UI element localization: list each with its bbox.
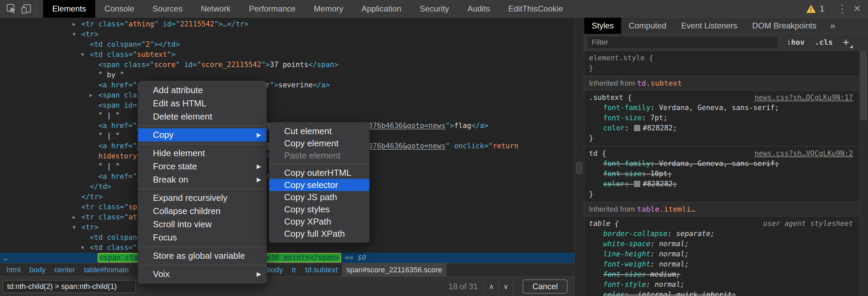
code-line[interactable]: <span id="unv_22116356"></span> — [0, 100, 574, 110]
tab-editthiscookie[interactable]: EditThisCookie — [499, 0, 572, 18]
tab-dom-breakpoints[interactable]: DOM Breakpoints — [745, 18, 824, 34]
css-property-font-family[interactable]: font-family: Verdana, Geneva, sans-serif… — [589, 103, 854, 113]
inherited-class[interactable]: .subtext — [646, 79, 682, 87]
next-match-button[interactable]: ∨ — [498, 280, 513, 293]
css-property-font-size[interactable]: font-size: medium; — [589, 269, 854, 279]
tab-computed[interactable]: Computed — [621, 18, 674, 34]
twisty-collapsed-icon[interactable]: ▶ — [90, 90, 93, 100]
close-icon[interactable]: ✕ — [850, 0, 865, 18]
stylesheet-source-link[interactable]: news.css?sh…QCgLKu9N:17 — [754, 92, 853, 103]
tab-audits[interactable]: Audits — [458, 0, 499, 18]
menu-item-delete-element[interactable]: Delete element — [138, 110, 267, 123]
menu-item-copy-js-path[interactable]: Copy JS path — [269, 191, 369, 203]
css-property-color[interactable]: color: #828282; — [589, 179, 854, 189]
kebab-menu-icon[interactable]: ⋮ — [835, 0, 850, 18]
tab-event-listeners[interactable]: Event Listeners — [674, 18, 745, 34]
menu-item-expand-recursively[interactable]: Expand recursively — [138, 191, 267, 205]
menu-item-scroll-into-view[interactable]: Scroll into view — [138, 218, 267, 231]
css-property-font-size[interactable]: font-size: 7pt; — [589, 113, 854, 123]
breadcrumb-item-td-subtext[interactable]: td.subtext — [301, 263, 342, 276]
previous-match-button[interactable]: ∧ — [484, 280, 498, 293]
tab-performance[interactable]: Performance — [240, 0, 304, 18]
inherited-tag[interactable]: table — [637, 205, 659, 213]
elements-scrollbar[interactable] — [574, 18, 584, 296]
console-warning-counter[interactable]: ! 1 — [806, 4, 824, 14]
menu-item-copy-selector[interactable]: Copy selector — [269, 179, 369, 191]
scrollbar-thumb[interactable] — [861, 51, 867, 120]
menu-item-edit-as-html[interactable]: Edit as HTML — [138, 97, 267, 110]
menu-item-copy-xpath[interactable]: Copy XPath — [269, 215, 369, 228]
menu-item-copy-full-xpath[interactable]: Copy full XPath — [269, 228, 369, 240]
element-classes-button[interactable]: .cls — [815, 38, 833, 46]
code-line[interactable]: ▶<span class="age">…</span> — [0, 90, 574, 100]
twisty-collapsed-icon[interactable]: ▶ — [73, 212, 76, 222]
rule-selector[interactable]: element.style { — [589, 53, 854, 63]
menu-item-focus[interactable]: Focus — [138, 231, 267, 244]
css-property-font-size[interactable]: font-size: 10pt; — [589, 169, 854, 179]
menu-item-copy-styles[interactable]: Copy styles — [269, 203, 369, 215]
color-swatch[interactable] — [634, 181, 640, 187]
tab-sources[interactable]: Sources — [143, 0, 192, 18]
device-toolbar-icon[interactable] — [19, 0, 34, 18]
search-input[interactable] — [3, 280, 136, 293]
breadcrumb-item-tr[interactable]: tr — [288, 263, 301, 276]
code-line[interactable]: ▼<tr> — [0, 29, 574, 39]
twisty-expanded-icon[interactable]: ▼ — [73, 29, 76, 39]
menu-item-add-attribute[interactable]: Add attribute — [138, 84, 267, 97]
tab-security[interactable]: Security — [411, 0, 458, 18]
menu-item-collapse-children[interactable]: Collapse children — [138, 205, 267, 218]
menu-item-break-on[interactable]: Break on▶ — [138, 173, 267, 186]
inherited-tag[interactable]: td — [637, 79, 646, 87]
breadcrumb-item-table-hnmain[interactable]: table#hnmain — [79, 263, 133, 276]
tab-network[interactable]: Network — [192, 0, 240, 18]
breadcrumb-item-span-score-22116356-score[interactable]: span#score_22116356.score — [342, 263, 447, 276]
tab-console[interactable]: Console — [95, 0, 143, 18]
css-property-font-family[interactable]: font-family: Verdana, Geneva, sans-serif… — [589, 158, 854, 169]
menu-item-cut-element[interactable]: Cut element — [269, 125, 369, 137]
scrollbar-thumb[interactable] — [576, 162, 583, 174]
code-line[interactable]: " by " — [0, 70, 574, 80]
toggle-element-state-button[interactable]: :hov — [787, 38, 805, 46]
styles-scrollbar[interactable] — [859, 51, 868, 296]
menu-item-store-as-global-variable[interactable]: Store as global variable — [138, 249, 267, 262]
code-line[interactable]: <a href="user?id=severine" class="hnuser… — [0, 80, 574, 90]
tab-elements[interactable]: Elements — [43, 0, 95, 18]
css-property-border-collapse[interactable]: border-collapse: separate; — [589, 229, 854, 239]
new-style-rule-button[interactable]: + — [843, 36, 849, 48]
menu-item-hide-element[interactable]: Hide element — [138, 147, 267, 160]
code-line[interactable]: <td colspan="2"></td> — [0, 39, 574, 49]
css-property-line-height[interactable]: line-height: normal; — [589, 249, 854, 259]
code-line[interactable]: ▶<tr class="athing" id="22115542">…</tr> — [0, 19, 574, 29]
code-line[interactable]: " | " — [0, 110, 574, 121]
color-swatch[interactable] — [634, 125, 640, 131]
css-property-font-style[interactable]: font-style: normal; — [589, 279, 854, 290]
twisty-collapsed-icon[interactable]: ▶ — [73, 19, 76, 29]
menu-item-voix[interactable]: Voix▶ — [138, 268, 267, 281]
breadcrumb-item-html[interactable]: html — [2, 263, 25, 276]
code-line[interactable]: ▼<td class="subtext"> — [0, 242, 574, 253]
inherited-class[interactable]: .itemli… — [659, 205, 695, 213]
code-line[interactable]: …<span class="score" id="score_22116356"… — [0, 253, 574, 263]
stylesheet-source-link[interactable]: news.css?sh…VQCgLKu9N:2 — [754, 148, 853, 158]
twisty-expanded-icon[interactable]: ▼ — [81, 242, 84, 253]
code-line[interactable]: ▼<td class="subtext"> — [0, 49, 574, 60]
css-property-color[interactable]: color: -internal-quirk-inherit; — [589, 290, 854, 296]
tab-application[interactable]: Application — [352, 0, 410, 18]
menu-item-force-state[interactable]: Force state▶ — [138, 160, 267, 173]
tab-memory[interactable]: Memory — [305, 0, 353, 18]
menu-item-copy[interactable]: Copy▶ — [138, 128, 267, 142]
code-line[interactable]: <span class="score" id="score_22115542">… — [0, 60, 574, 70]
twisty-expanded-icon[interactable]: ▼ — [81, 49, 84, 60]
menu-item-copy-outerhtml[interactable]: Copy outerHTML — [269, 167, 369, 179]
breadcrumb-item-body[interactable]: body — [25, 263, 50, 276]
more-tabs-icon[interactable]: » — [830, 20, 835, 31]
cancel-button[interactable]: Cancel — [522, 279, 568, 294]
filter-input[interactable] — [588, 37, 777, 48]
tab-styles[interactable]: Styles — [584, 18, 621, 34]
breadcrumb-item-center[interactable]: center — [50, 263, 79, 276]
twisty-expanded-icon[interactable]: ▼ — [73, 222, 76, 232]
css-property-font-weight[interactable]: font-weight: normal; — [589, 259, 854, 269]
css-property-color[interactable]: color: #828282; — [589, 123, 854, 133]
css-property-white-space[interactable]: white-space: normal; — [589, 239, 854, 249]
inspect-element-icon[interactable] — [4, 0, 19, 18]
